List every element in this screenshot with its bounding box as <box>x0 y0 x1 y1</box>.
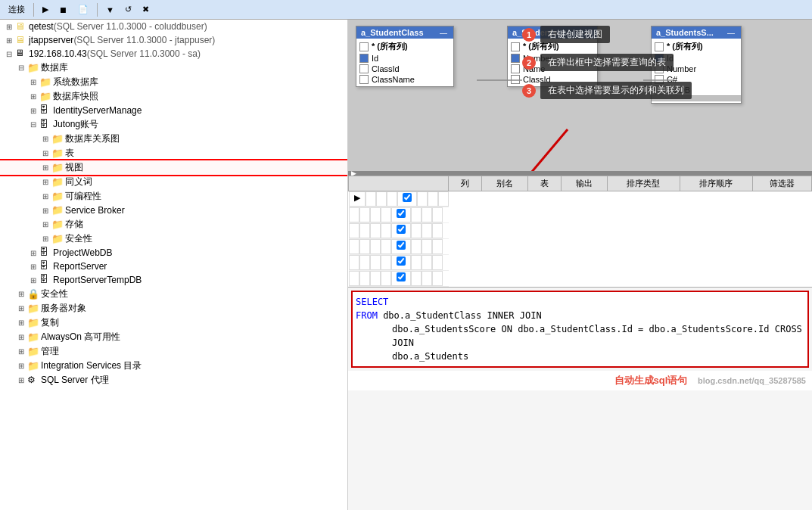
ao-expander[interactable]: ⊞ <box>15 333 27 341</box>
grid-cell-sort-type-1[interactable] <box>417 191 428 207</box>
grid-cell-col-6[interactable] <box>359 271 370 286</box>
grid-cell-sort-order-4[interactable] <box>422 239 432 254</box>
grid-cell-sort-order-3[interactable] <box>422 223 432 238</box>
pwdb-expander[interactable]: ⊞ <box>27 249 39 257</box>
connect-button[interactable]: 连接 <box>5 2 29 17</box>
security-folder[interactable]: ⊞ 📁 安全性 <box>0 232 347 246</box>
tb-btn-stop[interactable]: ✖ <box>138 2 153 17</box>
grid-cell-table-4[interactable] <box>381 239 391 254</box>
tb-btn-2[interactable]: ⏹ <box>55 3 71 17</box>
tables-folder[interactable]: ⊞ 📁 表 <box>0 146 347 160</box>
storage-expander[interactable]: ⊞ <box>39 220 51 229</box>
connection-3[interactable]: ⊟ 🖥 192.168.10.43 (SQL Server 11.0.3000 … <box>0 47 347 61</box>
grid-cell-table-3[interactable] <box>381 223 391 238</box>
grid-cell-filter-5[interactable] <box>432 255 443 270</box>
views-folder[interactable]: ⊞ 📁 视图 <box>0 160 347 175</box>
security-expander[interactable]: ⊞ <box>39 235 51 243</box>
cb-sc-3[interactable] <box>359 75 369 84</box>
grid-cell-sort-type-2[interactable] <box>411 207 422 222</box>
grid-cell-col-3[interactable] <box>359 223 370 238</box>
tb-btn-filter[interactable]: ▼ <box>102 3 118 17</box>
report-server-temp-db[interactable]: ⊞ 🗄 ReportServerTempDB <box>0 273 347 287</box>
rstemp-expander[interactable]: ⊞ <box>27 276 39 285</box>
rs-expander[interactable]: ⊞ <box>27 263 39 271</box>
grid-cell-output-2[interactable] <box>391 207 411 222</box>
agent-expander[interactable]: ⊞ <box>15 376 27 384</box>
cb-st-1[interactable] <box>511 54 520 63</box>
grid-cell-sort-type-5[interactable] <box>411 255 422 270</box>
grid-cell-alias-5[interactable] <box>370 255 381 270</box>
project-web-db[interactable]: ⊞ 🗄 ProjectWebDB <box>0 246 347 260</box>
rep-expander[interactable]: ⊞ <box>15 319 27 327</box>
grid-cell-filter-2[interactable] <box>432 207 443 222</box>
grid-cell-output-6[interactable] <box>391 271 411 286</box>
expander-1[interactable]: ⊞ <box>3 23 15 31</box>
grid-cell-sort-type-3[interactable] <box>411 223 422 238</box>
db-rel-expander[interactable]: ⊞ <box>39 135 51 143</box>
cb-ss-0[interactable] <box>655 42 664 51</box>
integration-services[interactable]: ⊞ 📁 Integration Services 目录 <box>0 359 347 373</box>
db-snapshots[interactable]: ⊞ 📁 数据库快照 <box>0 89 347 104</box>
programmability-folder[interactable]: ⊞ 📁 可编程性 <box>0 189 347 204</box>
cb-st-3[interactable] <box>511 75 520 84</box>
grid-cell-sort-type-6[interactable] <box>411 271 422 286</box>
tb-btn-3[interactable]: 📄 <box>74 2 92 17</box>
grid-cell-alias-1[interactable] <box>376 191 387 207</box>
replication[interactable]: ⊞ 📁 复制 <box>0 316 347 330</box>
sys-dbs-expander[interactable]: ⊞ <box>27 78 39 86</box>
synonyms-folder[interactable]: ⊞ 📁 同义词 <box>0 175 347 189</box>
grid-cell-output-3[interactable] <box>391 223 411 238</box>
cb-sc-1[interactable] <box>359 54 369 63</box>
security-top[interactable]: ⊞ 🔒 安全性 <box>0 287 347 301</box>
sb-expander[interactable]: ⊞ <box>39 207 51 215</box>
jutong-expander[interactable]: ⊟ <box>27 120 39 129</box>
grid-cell-alias-4[interactable] <box>370 239 381 254</box>
tb-btn-refresh[interactable]: ↺ <box>121 2 135 17</box>
system-dbs[interactable]: ⊞ 📁 系统数据库 <box>0 75 347 89</box>
grid-cell-col-1[interactable] <box>366 191 376 207</box>
sql-text-area[interactable]: SELECT FROM dbo.a_StudentClass INNER JOI… <box>356 295 804 363</box>
grid-cell-filter-6[interactable] <box>432 271 443 286</box>
storage-folder[interactable]: ⊞ 📁 存储 <box>0 217 347 232</box>
so-expander[interactable]: ⊞ <box>15 304 27 313</box>
grid-cell-output-1[interactable] <box>397 191 417 207</box>
grid-cell-output-5[interactable] <box>391 255 411 270</box>
sec-top-expander[interactable]: ⊞ <box>15 290 27 298</box>
grid-cell-table-6[interactable] <box>381 271 391 286</box>
grid-cell-table-5[interactable] <box>381 255 391 270</box>
expander-2[interactable]: ⊞ <box>3 36 15 45</box>
grid-cell-col-4[interactable] <box>359 239 370 254</box>
grid-cell-col-5[interactable] <box>359 255 370 270</box>
grid-cell-sort-order-2[interactable] <box>422 207 432 222</box>
grid-cell-table-1[interactable] <box>387 191 397 207</box>
table-score-minimize[interactable]: — <box>726 29 736 37</box>
cb-sc-0[interactable] <box>359 42 369 51</box>
grid-cell-sort-type-4[interactable] <box>411 239 422 254</box>
connection-1[interactable]: ⊞ 🖥 qetest (SQL Server 11.0.3000 - colud… <box>0 20 347 33</box>
is-expander[interactable]: ⊞ <box>15 362 27 370</box>
grid-cell-filter-1[interactable] <box>438 191 449 207</box>
synonyms-expander[interactable]: ⊞ <box>39 178 51 186</box>
grid-cell-alias-3[interactable] <box>370 223 381 238</box>
mgmt-expander[interactable]: ⊞ <box>15 347 27 356</box>
grid-cell-sort-order-6[interactable] <box>422 271 432 286</box>
grid-cell-alias-2[interactable] <box>370 207 381 222</box>
grid-cell-table-2[interactable] <box>381 207 391 222</box>
table-studentclass-minimize[interactable]: — <box>438 29 449 37</box>
grid-cell-col-2[interactable] <box>359 207 370 222</box>
tb-btn-1[interactable]: ▶ <box>39 2 52 17</box>
identity-server-db[interactable]: ⊞ 🗄 IdentityServerManage <box>0 104 347 117</box>
prog-expander[interactable]: ⊞ <box>39 192 51 201</box>
connection-2[interactable]: ⊞ 🖥 jtappserver (SQL Server 11.0.3000 - … <box>0 33 347 47</box>
grid-cell-filter-4[interactable] <box>432 239 443 254</box>
grid-cell-sort-order-5[interactable] <box>422 255 432 270</box>
databases-folder[interactable]: ⊟ 📁 数据库 <box>0 61 347 75</box>
grid-cell-sort-order-1[interactable] <box>428 191 438 207</box>
always-on[interactable]: ⊞ 📁 AlwaysOn 高可用性 <box>0 330 347 344</box>
snapshots-expander[interactable]: ⊞ <box>27 92 39 101</box>
management[interactable]: ⊞ 📁 管理 <box>0 344 347 359</box>
grid-cell-output-4[interactable] <box>391 239 411 254</box>
cb-st-0[interactable] <box>511 42 520 51</box>
report-server-db[interactable]: ⊞ 🗄 ReportServer <box>0 260 347 273</box>
sql-agent[interactable]: ⊞ ⚙ SQL Server 代理 <box>0 373 347 387</box>
